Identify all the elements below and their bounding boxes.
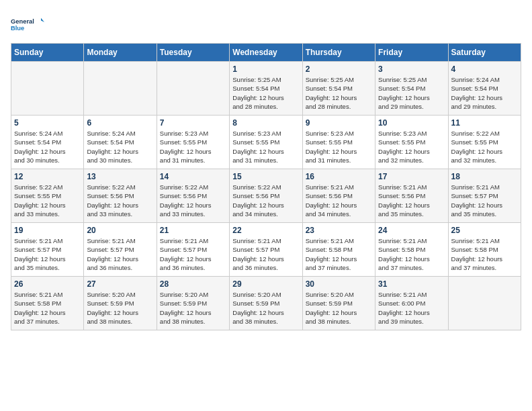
logo: General Blue <box>11 11 44 38</box>
calendar-cell: 7Sunrise: 5:23 AM Sunset: 5:55 PM Daylig… <box>157 116 229 169</box>
calendar-cell: 8Sunrise: 5:23 AM Sunset: 5:55 PM Daylig… <box>230 116 302 169</box>
calendar-cell: 31Sunrise: 5:21 AM Sunset: 6:00 PM Dayli… <box>375 277 448 330</box>
day-number: 17 <box>378 172 445 181</box>
page-header: General Blue <box>11 11 521 38</box>
svg-text:General: General <box>11 18 34 25</box>
calendar-cell: 30Sunrise: 5:20 AM Sunset: 5:59 PM Dayli… <box>302 277 375 330</box>
weekday-header-saturday: Saturday <box>448 44 521 62</box>
day-number: 5 <box>14 118 81 128</box>
calendar-cell <box>11 62 84 116</box>
calendar-cell <box>157 62 229 116</box>
logo-svg: General Blue <box>11 11 44 38</box>
day-info: Sunrise: 5:22 AM Sunset: 5:55 PM Dayligh… <box>451 129 518 165</box>
day-info: Sunrise: 5:20 AM Sunset: 5:59 PM Dayligh… <box>87 290 153 326</box>
calendar-cell: 10Sunrise: 5:23 AM Sunset: 5:55 PM Dayli… <box>375 116 448 169</box>
day-info: Sunrise: 5:23 AM Sunset: 5:55 PM Dayligh… <box>306 129 372 165</box>
day-info: Sunrise: 5:21 AM Sunset: 5:57 PM Dayligh… <box>87 236 153 272</box>
week-row-2: 5Sunrise: 5:24 AM Sunset: 5:54 PM Daylig… <box>11 116 521 169</box>
calendar-cell: 2Sunrise: 5:25 AM Sunset: 5:54 PM Daylig… <box>302 62 375 116</box>
day-info: Sunrise: 5:20 AM Sunset: 5:59 PM Dayligh… <box>232 290 299 326</box>
day-number: 14 <box>160 172 226 181</box>
calendar-cell: 9Sunrise: 5:23 AM Sunset: 5:55 PM Daylig… <box>302 116 375 169</box>
calendar-cell: 6Sunrise: 5:24 AM Sunset: 5:54 PM Daylig… <box>84 116 157 169</box>
weekday-header-row: SundayMondayTuesdayWednesdayThursdayFrid… <box>11 44 521 62</box>
calendar-cell: 20Sunrise: 5:21 AM Sunset: 5:57 PM Dayli… <box>84 223 157 277</box>
week-row-3: 12Sunrise: 5:22 AM Sunset: 5:55 PM Dayli… <box>11 169 521 223</box>
calendar-cell: 3Sunrise: 5:25 AM Sunset: 5:54 PM Daylig… <box>375 62 448 116</box>
day-number: 31 <box>378 279 445 289</box>
day-number: 20 <box>87 226 153 235</box>
day-number: 23 <box>306 226 372 235</box>
day-info: Sunrise: 5:24 AM Sunset: 5:54 PM Dayligh… <box>14 129 81 165</box>
day-info: Sunrise: 5:22 AM Sunset: 5:56 PM Dayligh… <box>232 183 299 218</box>
weekday-header-sunday: Sunday <box>11 44 84 62</box>
day-info: Sunrise: 5:21 AM Sunset: 5:58 PM Dayligh… <box>14 290 81 326</box>
calendar-cell: 1Sunrise: 5:25 AM Sunset: 5:54 PM Daylig… <box>230 62 302 116</box>
calendar-cell: 19Sunrise: 5:21 AM Sunset: 5:57 PM Dayli… <box>11 223 84 277</box>
weekday-header-wednesday: Wednesday <box>230 44 302 62</box>
day-info: Sunrise: 5:22 AM Sunset: 5:55 PM Dayligh… <box>14 183 81 218</box>
calendar-cell: 18Sunrise: 5:21 AM Sunset: 5:57 PM Dayli… <box>448 169 521 223</box>
calendar-cell: 16Sunrise: 5:21 AM Sunset: 5:56 PM Dayli… <box>302 169 375 223</box>
week-row-5: 26Sunrise: 5:21 AM Sunset: 5:58 PM Dayli… <box>11 277 521 330</box>
calendar-cell: 24Sunrise: 5:21 AM Sunset: 5:58 PM Dayli… <box>375 223 448 277</box>
day-number: 2 <box>306 64 372 74</box>
day-info: Sunrise: 5:24 AM Sunset: 5:54 PM Dayligh… <box>87 129 153 165</box>
day-info: Sunrise: 5:24 AM Sunset: 5:54 PM Dayligh… <box>451 75 518 111</box>
day-number: 29 <box>232 279 299 289</box>
day-info: Sunrise: 5:25 AM Sunset: 5:54 PM Dayligh… <box>232 75 299 111</box>
day-info: Sunrise: 5:22 AM Sunset: 5:56 PM Dayligh… <box>160 183 226 218</box>
day-number: 30 <box>306 279 372 289</box>
day-info: Sunrise: 5:21 AM Sunset: 5:57 PM Dayligh… <box>14 236 81 272</box>
calendar-cell: 5Sunrise: 5:24 AM Sunset: 5:54 PM Daylig… <box>11 116 84 169</box>
day-number: 11 <box>451 118 518 128</box>
calendar-cell: 21Sunrise: 5:21 AM Sunset: 5:57 PM Dayli… <box>157 223 229 277</box>
day-number: 7 <box>160 118 226 128</box>
day-info: Sunrise: 5:21 AM Sunset: 5:57 PM Dayligh… <box>451 183 518 218</box>
day-number: 9 <box>306 118 372 128</box>
weekday-header-tuesday: Tuesday <box>157 44 229 62</box>
day-number: 21 <box>160 226 226 235</box>
day-info: Sunrise: 5:23 AM Sunset: 5:55 PM Dayligh… <box>378 129 445 165</box>
day-number: 4 <box>451 64 518 74</box>
day-number: 27 <box>87 279 153 289</box>
svg-text:Blue: Blue <box>11 25 24 32</box>
day-number: 13 <box>87 172 153 181</box>
day-info: Sunrise: 5:21 AM Sunset: 5:57 PM Dayligh… <box>232 236 299 272</box>
day-info: Sunrise: 5:23 AM Sunset: 5:55 PM Dayligh… <box>160 129 226 165</box>
day-number: 19 <box>14 226 81 235</box>
day-number: 15 <box>232 172 299 181</box>
calendar-cell: 4Sunrise: 5:24 AM Sunset: 5:54 PM Daylig… <box>448 62 521 116</box>
week-row-1: 1Sunrise: 5:25 AM Sunset: 5:54 PM Daylig… <box>11 62 521 116</box>
calendar-cell: 23Sunrise: 5:21 AM Sunset: 5:58 PM Dayli… <box>302 223 375 277</box>
day-info: Sunrise: 5:21 AM Sunset: 5:58 PM Dayligh… <box>378 236 445 272</box>
day-info: Sunrise: 5:21 AM Sunset: 5:56 PM Dayligh… <box>378 183 445 218</box>
day-info: Sunrise: 5:20 AM Sunset: 5:59 PM Dayligh… <box>160 290 226 326</box>
day-info: Sunrise: 5:21 AM Sunset: 5:58 PM Dayligh… <box>451 236 518 272</box>
calendar-cell <box>84 62 157 116</box>
day-number: 8 <box>232 118 299 128</box>
day-number: 1 <box>232 64 299 74</box>
day-number: 26 <box>14 279 81 289</box>
day-info: Sunrise: 5:21 AM Sunset: 5:57 PM Dayligh… <box>160 236 226 272</box>
calendar-cell: 12Sunrise: 5:22 AM Sunset: 5:55 PM Dayli… <box>11 169 84 223</box>
day-number: 3 <box>378 64 445 74</box>
day-number: 24 <box>378 226 445 235</box>
weekday-header-thursday: Thursday <box>302 44 375 62</box>
calendar-table: SundayMondayTuesdayWednesdayThursdayFrid… <box>11 43 521 330</box>
day-info: Sunrise: 5:21 AM Sunset: 5:56 PM Dayligh… <box>306 183 372 218</box>
day-number: 16 <box>306 172 372 181</box>
calendar-cell: 13Sunrise: 5:22 AM Sunset: 5:56 PM Dayli… <box>84 169 157 223</box>
calendar-cell: 11Sunrise: 5:22 AM Sunset: 5:55 PM Dayli… <box>448 116 521 169</box>
day-number: 25 <box>451 226 518 235</box>
day-info: Sunrise: 5:21 AM Sunset: 5:58 PM Dayligh… <box>306 236 372 272</box>
day-number: 18 <box>451 172 518 181</box>
calendar-cell: 28Sunrise: 5:20 AM Sunset: 5:59 PM Dayli… <box>157 277 229 330</box>
week-row-4: 19Sunrise: 5:21 AM Sunset: 5:57 PM Dayli… <box>11 223 521 277</box>
svg-marker-2 <box>41 18 44 22</box>
day-number: 12 <box>14 172 81 181</box>
day-number: 6 <box>87 118 153 128</box>
calendar-cell: 22Sunrise: 5:21 AM Sunset: 5:57 PM Dayli… <box>230 223 302 277</box>
day-info: Sunrise: 5:22 AM Sunset: 5:56 PM Dayligh… <box>87 183 153 218</box>
calendar-cell: 27Sunrise: 5:20 AM Sunset: 5:59 PM Dayli… <box>84 277 157 330</box>
